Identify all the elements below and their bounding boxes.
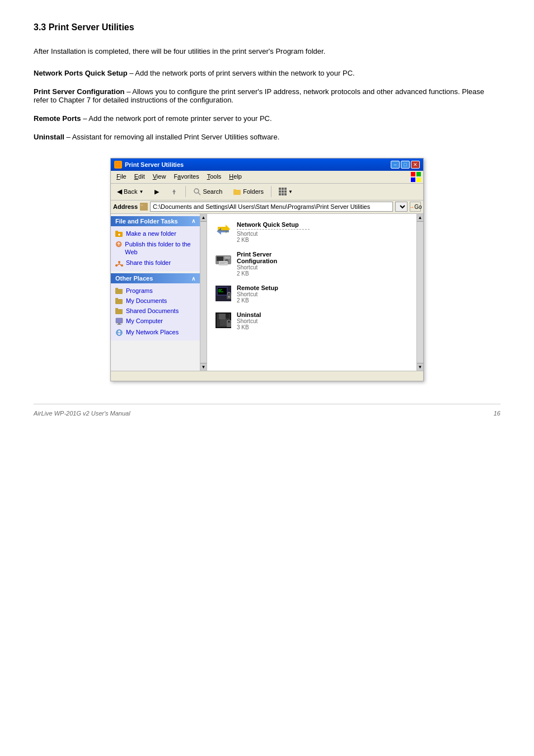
forward-arrow-icon: ▶ [154, 188, 159, 195]
feature-desc-0: – Add the network ports of print servers… [129, 69, 354, 77]
file-item-3[interactable]: Uninstal Shortcut 3 KB [212, 309, 312, 333]
svg-rect-7 [416, 178, 421, 182]
menu-tools[interactable]: Tools [204, 172, 225, 182]
menu-help[interactable]: Help [226, 172, 245, 182]
page-number: 16 [494, 410, 500, 417]
menu-view[interactable]: View [149, 172, 170, 182]
back-button[interactable]: ◀ Back ▼ [113, 186, 147, 197]
publish-folder-label: Publish this folder to the Web [125, 240, 195, 256]
file-name-0: Network Quick Setup [237, 221, 310, 228]
up-arrow-icon [170, 188, 178, 195]
file-size-2: 2 KB [237, 297, 310, 304]
svg-rect-39 [217, 256, 223, 261]
menu-favorites[interactable]: Favorites [170, 172, 202, 182]
views-button[interactable]: ▼ [275, 186, 297, 197]
menu-edit[interactable]: Edit [131, 172, 148, 182]
go-arrow-icon: → [409, 204, 414, 210]
maximize-button[interactable]: □ [401, 161, 410, 169]
close-button[interactable]: ✕ [411, 161, 420, 169]
file-folder-tasks-label: File and Folder Tasks [115, 218, 178, 225]
forward-button[interactable]: ▶ [151, 186, 163, 197]
file-folder-tasks-header[interactable]: File and Folder Tasks ∧ [111, 216, 200, 226]
address-dropdown[interactable] [395, 202, 407, 212]
address-input[interactable] [150, 202, 393, 212]
svg-point-20 [115, 264, 118, 267]
search-button[interactable]: Search [189, 186, 226, 197]
toolbar-separator-1 [185, 186, 186, 197]
my-documents-label: My Documents [126, 297, 167, 304]
views-icon [279, 188, 287, 195]
publish-folder-item[interactable]: Publish this folder to the Web [115, 239, 195, 258]
my-network-icon [115, 329, 123, 337]
right-scrollbar[interactable]: ▲ ▼ [416, 214, 423, 371]
file-name-1: Print Server Configuration [237, 251, 310, 264]
file-size-0: 2 KB [237, 237, 310, 243]
search-label: Search [203, 188, 222, 195]
file-item-2[interactable]: Remote Setup Shortcut 2 KB [212, 282, 312, 306]
programs-icon [115, 287, 123, 294]
file-info-0: Network Quick Setup Shortcut 2 KB [237, 221, 310, 243]
svg-rect-4 [411, 172, 415, 176]
programs-item[interactable]: Programs [115, 286, 195, 296]
publish-folder-icon [115, 240, 122, 248]
back-dropdown-icon: ▼ [139, 189, 143, 194]
address-folder-icon [140, 203, 148, 211]
remote-setup-icon [214, 284, 232, 302]
other-places-header[interactable]: Other Places ∧ [111, 273, 200, 283]
left-scrollbar[interactable]: ▲ ▼ [200, 214, 207, 371]
feature-block-1: Print Server Configuration – Allows you … [34, 87, 500, 104]
feature-block-3: Uninstall – Assistant for removing all i… [34, 133, 500, 141]
go-button[interactable]: → Go [410, 202, 421, 212]
svg-rect-58 [227, 323, 231, 327]
file-folder-tasks-chevron: ∧ [191, 218, 195, 224]
page-footer: AirLive WP-201G v2 User's Manual 16 [34, 404, 500, 417]
address-bar: Address → Go [111, 200, 423, 214]
minimize-button[interactable]: – [391, 161, 400, 169]
menu-file[interactable]: File [113, 172, 130, 182]
svg-rect-3 [118, 165, 120, 167]
shared-documents-icon [115, 307, 123, 314]
svg-rect-0 [115, 162, 118, 164]
share-folder-item[interactable]: Share this folder [115, 258, 195, 269]
file-item-0[interactable]: Network Quick Setup Shortcut 2 KB [212, 218, 312, 246]
make-folder-item[interactable]: Make a new folder [115, 228, 195, 239]
feature-desc-3: – Assistant for removing all installed P… [67, 133, 280, 141]
file-name-2: Remote Setup [237, 284, 310, 291]
menu-bar: File Edit View Favorites Tools Help [111, 171, 423, 184]
file-type-3: Shortcut [237, 318, 310, 324]
network-quick-setup-icon [214, 221, 232, 239]
my-computer-item[interactable]: My Computer [115, 316, 195, 327]
file-folder-tasks-section: File and Folder Tasks ∧ Make a new folde… [111, 216, 200, 272]
up-button[interactable] [166, 186, 182, 197]
other-places-items: Programs My Documents [111, 283, 200, 340]
other-places-label: Other Places [115, 275, 153, 282]
right-panel: Network Quick Setup Shortcut 2 KB [207, 214, 416, 371]
folders-icon [233, 188, 241, 195]
my-documents-item[interactable]: My Documents [115, 296, 195, 306]
shared-documents-item[interactable]: Shared Documents [115, 306, 195, 316]
svg-rect-5 [416, 172, 421, 176]
svg-point-22 [118, 261, 120, 263]
file-item-1[interactable]: Print Server Configuration Shortcut 2 KB [212, 248, 312, 279]
file-folder-tasks-items: Make a new folder Publish this folder to… [111, 226, 200, 272]
svg-rect-44 [220, 263, 224, 264]
search-icon [193, 188, 201, 195]
status-bar [111, 371, 423, 381]
svg-rect-2 [115, 165, 118, 167]
folders-button[interactable]: Folders [229, 186, 268, 197]
folders-label: Folders [243, 188, 264, 195]
title-bar: Print Server Utilities – □ ✕ [111, 158, 423, 171]
my-network-places-item[interactable]: My Network Places [115, 327, 195, 338]
other-places-chevron: ∧ [191, 276, 195, 282]
windows-logo-icon [411, 172, 421, 182]
svg-rect-55 [219, 314, 226, 319]
svg-rect-26 [115, 298, 118, 300]
file-info-2: Remote Setup Shortcut 2 KB [237, 284, 310, 304]
file-name-3: Uninstal [237, 311, 310, 318]
file-size-3: 3 KB [237, 324, 310, 330]
window-icon [114, 161, 122, 169]
my-computer-label: My Computer [126, 318, 163, 324]
share-folder-icon [115, 259, 123, 267]
svg-rect-1 [118, 162, 120, 164]
svg-point-9 [194, 189, 199, 193]
